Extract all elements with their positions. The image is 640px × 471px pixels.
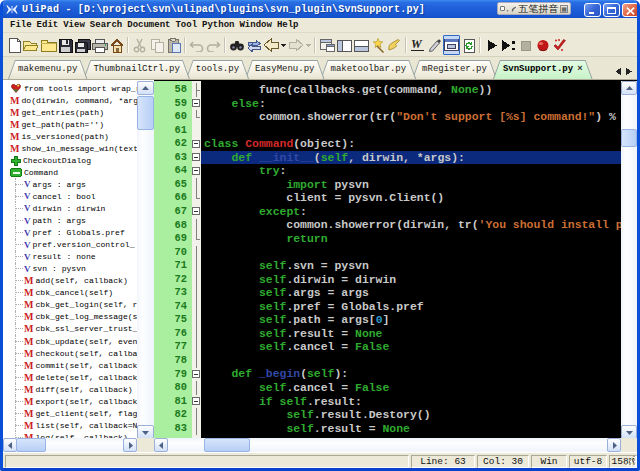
resize-grip-icon[interactable] xyxy=(624,454,637,467)
panel-bottom-button[interactable] xyxy=(352,35,369,55)
tree-item[interactable]: Mget_entries(path) xyxy=(3,106,137,118)
fold-toggle-icon[interactable] xyxy=(192,368,201,382)
tab-thumbnailctrl-py[interactable]: ThumbnailCtrl.py xyxy=(83,60,189,79)
code-line-70[interactable] xyxy=(201,246,621,260)
tree-item[interactable]: Mcbk_get_log_message(s xyxy=(3,311,137,323)
code-line-79[interactable]: def _begin(self): xyxy=(201,367,621,381)
tree-item[interactable]: Vpref : Globals.pref xyxy=(3,227,137,239)
print-button[interactable] xyxy=(91,35,108,55)
code-line-83[interactable]: self.result = None xyxy=(201,422,621,436)
fold-toggle-icon[interactable] xyxy=(192,164,201,178)
class-collapsed-icon[interactable] xyxy=(10,155,21,166)
tree-item[interactable]: Mcbk_ssl_server_trust_ xyxy=(3,323,137,335)
code-line-68[interactable]: common.showerror(dirwin, tr('You should … xyxy=(201,218,621,232)
code-line-75[interactable]: self.path = args[0] xyxy=(201,313,621,327)
word-wrap-button[interactable]: W xyxy=(409,35,426,55)
replace-button[interactable] xyxy=(245,35,262,55)
tree-item[interactable]: Vpref.version_control_ xyxy=(3,239,137,251)
scroll-up-button[interactable] xyxy=(621,81,637,95)
code-line-63[interactable]: def __init__(self, dirwin, *args): xyxy=(201,151,621,165)
tree-item[interactable]: Mis_versioned(path) xyxy=(3,130,137,142)
code-line-69[interactable]: return xyxy=(201,232,621,246)
tree-item[interactable]: CheckoutDialog xyxy=(3,154,137,166)
maximize-editor-button[interactable] xyxy=(443,35,460,55)
menu-view[interactable]: View xyxy=(61,18,87,32)
nav-forward-button[interactable] xyxy=(287,35,304,55)
code-line-77[interactable]: self.cancel = False xyxy=(201,340,621,354)
scroll-right-button[interactable] xyxy=(123,438,137,452)
tree-item[interactable]: Madd(self, callback) xyxy=(3,275,137,287)
edit-pen-button[interactable] xyxy=(426,35,443,55)
code-line-78[interactable] xyxy=(201,354,621,368)
minimize-button[interactable] xyxy=(584,3,601,17)
tree-item[interactable]: Mdelete(self, callback xyxy=(3,371,137,383)
open-file-button[interactable] xyxy=(23,35,40,55)
code-line-58[interactable]: func(callbacks.get(command, None)) xyxy=(201,83,621,97)
editor-horizontal-scrollbar[interactable] xyxy=(154,438,621,452)
code-line-74[interactable]: self.pref = Globals.pref xyxy=(201,300,621,314)
fold-toggle-icon[interactable] xyxy=(192,137,201,151)
code-line-81[interactable]: if self.result: xyxy=(201,395,621,409)
sidebar-vertical-scrollbar[interactable] xyxy=(137,81,154,439)
wizard-button[interactable] xyxy=(369,35,386,55)
scroll-up-button[interactable] xyxy=(137,81,154,95)
fold-toggle-icon[interactable] xyxy=(192,395,201,409)
tab-mregister-py[interactable]: mRegister.py xyxy=(412,60,497,79)
maximize-button[interactable] xyxy=(603,3,620,17)
check-syntax-button[interactable] xyxy=(551,35,568,55)
tab-easymenu-py[interactable]: EasyMenu.py xyxy=(245,60,324,79)
code-line-66[interactable]: client = pysvn.Client() xyxy=(201,191,621,205)
tree-item[interactable]: Vresult : none xyxy=(3,251,137,263)
tab-tools-py[interactable]: tools.py xyxy=(186,60,249,79)
find-button[interactable] xyxy=(228,35,245,55)
tree-item[interactable]: Mget_client(self, flag xyxy=(3,407,137,419)
redo-button[interactable] xyxy=(205,35,222,55)
paste-button[interactable] xyxy=(165,35,182,55)
fold-toggle-icon[interactable] xyxy=(192,97,201,111)
code-line-64[interactable]: try: xyxy=(201,164,621,178)
run-args-button[interactable] xyxy=(500,35,517,55)
tree-item[interactable]: Vpath : args xyxy=(3,215,137,227)
debug-button[interactable] xyxy=(534,35,551,55)
class-expanded-icon[interactable] xyxy=(10,168,22,177)
tree-item[interactable]: Mcommit(self, callback xyxy=(3,359,137,371)
nav-back-dropdown-caret[interactable] xyxy=(279,35,287,55)
scroll-left-button[interactable] xyxy=(154,438,168,452)
tree-item[interactable]: Mcbk_cancel(self) xyxy=(3,287,137,299)
tree-item[interactable]: Mdiff(self, callback) xyxy=(3,383,137,395)
scrollbar-thumb[interactable] xyxy=(621,129,637,147)
tree-item[interactable]: Mcbk_get_login(self, r xyxy=(3,299,137,311)
tab-maketoolbar-py[interactable]: maketoolbar.py xyxy=(320,60,416,79)
code-line-65[interactable]: import pysvn xyxy=(201,178,621,192)
undo-button[interactable] xyxy=(188,35,205,55)
tree-item[interactable]: from tools import wrap_r xyxy=(3,82,137,94)
menu-search[interactable]: Search xyxy=(88,18,124,32)
tree-item[interactable]: Vargs : args xyxy=(3,178,137,190)
editor-vertical-scrollbar[interactable] xyxy=(621,81,637,439)
code-editor[interactable]: 5859606162636465666768697071727374757677… xyxy=(154,79,637,452)
scroll-left-button[interactable] xyxy=(3,438,17,452)
tree-item[interactable]: Mcheckout(self, callba xyxy=(3,347,137,359)
menu-file[interactable]: File xyxy=(8,18,34,32)
panel-left-button[interactable] xyxy=(335,35,352,55)
tree-item[interactable]: Vdirwin : dirwin xyxy=(3,202,137,214)
scrollbar-thumb[interactable] xyxy=(137,96,154,130)
save-button[interactable] xyxy=(57,35,74,55)
code-line-62[interactable]: class Command(object): xyxy=(201,137,621,151)
cut-button[interactable] xyxy=(131,35,148,55)
code-line-72[interactable]: self.dirwin = dirwin xyxy=(201,273,621,287)
code-line-67[interactable]: except: xyxy=(201,205,621,219)
menu-tool[interactable]: Tool xyxy=(173,18,199,32)
tree-item[interactable]: Mshow_in_message_win(text xyxy=(3,142,137,154)
menu-edit[interactable]: Edit xyxy=(35,18,61,32)
tree-item[interactable]: Mcbk_update(self, even xyxy=(3,335,137,347)
code-line-82[interactable]: self.result.Destory() xyxy=(201,408,621,422)
tree-item[interactable]: Mexport(self, callback xyxy=(3,395,137,407)
fold-margin[interactable] xyxy=(192,81,201,439)
tree-item[interactable]: Vcancel : bool xyxy=(3,190,137,202)
code-line-76[interactable]: self.result = None xyxy=(201,327,621,341)
scroll-down-button[interactable] xyxy=(137,425,154,439)
save-all-button[interactable] xyxy=(74,35,91,55)
tree-item[interactable]: Mdo(dirwin, command, *arg xyxy=(3,94,137,106)
tab-scroll-right-button[interactable] xyxy=(625,67,633,76)
